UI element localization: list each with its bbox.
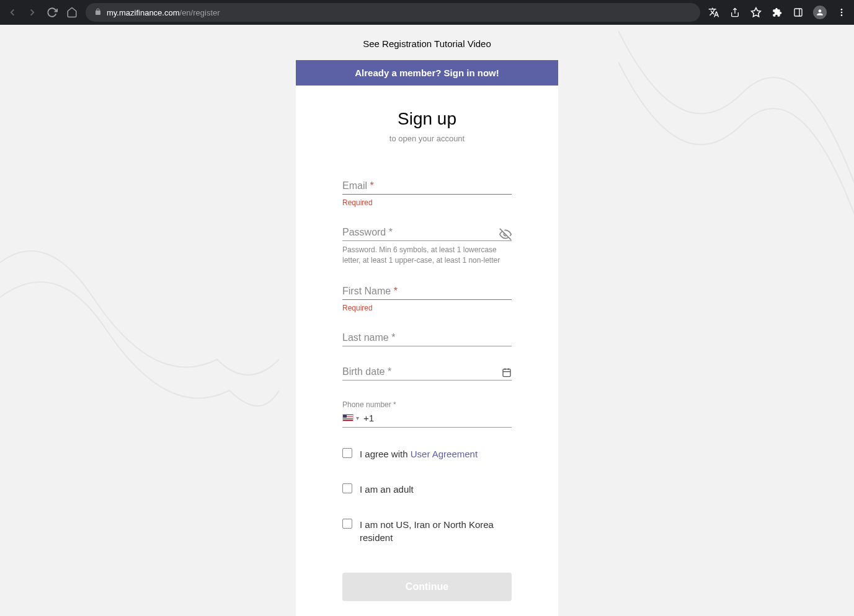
- address-bar[interactable]: my.mazifinance.com/en/register: [86, 3, 700, 22]
- toggle-password-icon[interactable]: [499, 228, 512, 243]
- share-icon[interactable]: [729, 6, 741, 19]
- agree-label: I agree with User Agreement: [360, 447, 478, 460]
- svg-rect-8: [503, 369, 510, 376]
- phone-label: Phone number *: [342, 400, 512, 409]
- page-viewport[interactable]: See Registration Tutorial Video Already …: [0, 25, 854, 616]
- svg-point-5: [841, 12, 843, 14]
- adult-label: I am an adult: [360, 483, 414, 496]
- agree-checkbox[interactable]: [342, 448, 352, 458]
- signup-card: Already a member? Sign in now! Sign up t…: [296, 60, 558, 616]
- first-name-label: First Name *: [342, 286, 398, 296]
- side-panel-icon[interactable]: [792, 6, 804, 19]
- last-name-label: Last name *: [342, 332, 395, 343]
- last-name-field[interactable]: Last name *: [342, 332, 512, 346]
- background-wave-right: [618, 25, 854, 310]
- adult-checkbox[interactable]: [342, 483, 352, 493]
- continue-button[interactable]: Continue: [342, 573, 512, 601]
- extensions-icon[interactable]: [771, 6, 783, 19]
- home-button[interactable]: [66, 6, 78, 19]
- phone-field[interactable]: ▾ +1: [342, 413, 512, 428]
- background-wave-left: [0, 174, 279, 452]
- flag-us-icon[interactable]: [342, 414, 354, 421]
- dial-code: +1: [363, 413, 374, 423]
- email-error: Required: [342, 198, 512, 207]
- svg-point-6: [841, 14, 843, 16]
- svg-marker-1: [752, 8, 761, 17]
- svg-point-4: [841, 9, 843, 11]
- email-field[interactable]: Email *: [342, 180, 512, 195]
- bookmark-star-icon[interactable]: [750, 6, 762, 19]
- calendar-icon[interactable]: [502, 367, 512, 379]
- page-subtitle: to open your account: [296, 134, 558, 143]
- not-resident-checkbox[interactable]: [342, 519, 352, 529]
- email-label: Email *: [342, 180, 374, 191]
- first-name-field[interactable]: First Name *: [342, 286, 512, 300]
- signin-banner[interactable]: Already a member? Sign in now!: [296, 60, 558, 86]
- tutorial-link[interactable]: See Registration Tutorial Video: [0, 25, 854, 60]
- password-label: Password *: [342, 227, 393, 237]
- birth-date-label: Birth date *: [342, 366, 391, 377]
- forward-button[interactable]: [26, 6, 38, 19]
- translate-icon[interactable]: [708, 6, 720, 19]
- first-name-error: Required: [342, 304, 512, 312]
- birth-date-field[interactable]: Birth date *: [342, 366, 512, 381]
- url-text: my.mazifinance.com/en/register: [107, 8, 220, 17]
- svg-rect-2: [794, 9, 802, 16]
- chevron-down-icon[interactable]: ▾: [356, 415, 359, 421]
- user-agreement-link[interactable]: User Agreement: [411, 449, 478, 459]
- signup-form: Email * Required Password * Password. Mi…: [296, 149, 558, 601]
- browser-toolbar: my.mazifinance.com/en/register: [0, 0, 854, 25]
- not-resident-label: I am not US, Iran or North Korea residen…: [360, 518, 512, 544]
- password-field[interactable]: Password *: [342, 227, 512, 241]
- menu-dots-icon[interactable]: [835, 6, 848, 19]
- reload-button[interactable]: [46, 6, 58, 19]
- page-title: Sign up: [296, 109, 558, 129]
- profile-avatar[interactable]: [813, 6, 827, 19]
- back-button[interactable]: [6, 6, 19, 19]
- password-hint: Password. Min 6 symbols, at least 1 lowe…: [342, 245, 512, 266]
- lock-icon: [94, 8, 102, 17]
